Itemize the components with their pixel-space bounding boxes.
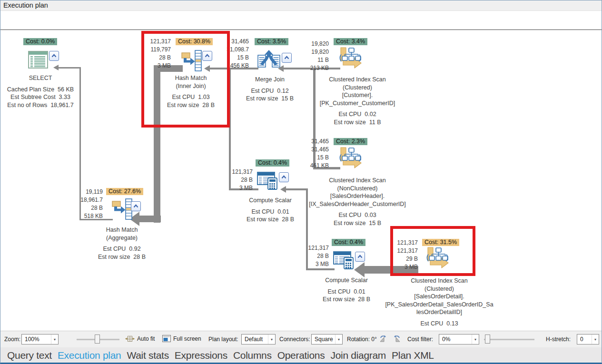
h-stretch-combobox[interactable]: 0 ▾ [577,334,599,344]
collapse-node-button[interactable] [131,201,141,211]
tab-join-diagram[interactable]: Join diagram [327,350,389,361]
dropdown-arrow-icon[interactable]: ▾ [268,334,275,344]
cost-badge: Cost: 27.6% [106,188,143,195]
connectors-label: Connectors: [279,336,310,343]
bottom-tab-bar: Query textExecution planWait statsExpres… [0,347,602,363]
cost-filter-slider-thumb[interactable] [485,334,490,344]
node-row-stats: 121,31728 B3 MB [286,244,329,268]
h-stretch-label: H-stretch: [546,336,571,343]
arrowhead-icon [280,186,286,193]
pane-title: Execution plan [0,0,602,11]
node-row-stats: 121,31728 B3 MB [210,168,253,192]
node-detail-lines: Est CPU 0.02Est row size 11 B [303,110,412,126]
arrowhead-icon [53,65,59,70]
select-operator-icon[interactable] [28,50,49,72]
scan-operator-icon[interactable] [338,47,362,71]
rotate-right-button[interactable] [392,335,401,342]
node-label: Compute ScalarEst CPU 0.01Est row size 2… [216,197,325,224]
cost-filter-slider[interactable] [484,334,534,344]
node-label: Clustered Index Scan(Clustered)[Customer… [303,76,412,126]
node-detail-lines: Est CPU 0.01Est row size 28 B [216,208,325,224]
collapse-node-button[interactable] [49,51,59,61]
compute-operator-icon[interactable] [257,171,279,193]
zoom-slider-thumb[interactable] [95,334,100,344]
rotate-left-icon [379,335,388,342]
cost-badge: Cost: 0.0% [23,38,57,45]
cost-badge: Cost: 3.4% [334,38,367,45]
dropdown-arrow-icon[interactable]: ▾ [592,334,599,344]
dropdown-arrow-icon[interactable]: ▾ [472,334,479,344]
tab-columns[interactable]: Columns [230,350,275,361]
node-detail-lines: Cached Plan Size 56 KBEst Subtree Cost 3… [0,86,95,109]
cost-badge: Cost: 3.5% [255,38,288,45]
plan-layout-label: Plan layout: [208,336,238,343]
zoom-label: Zoom: [4,336,20,343]
node-detail-lines: Est CPU 0.13 [385,320,494,328]
cost-badge: Cost: 0.4% [256,159,289,167]
node-detail-lines: Est CPU 0.92Est row size 28 B [67,245,177,261]
connector-computescalar2-to-computescalar1 [306,268,335,270]
tab-plan-xml[interactable]: Plan XML [389,350,437,361]
plan-toolbar: Zoom: 100% ▾ Auto fit Full screen Plan l… [0,331,602,347]
auto-fit-button[interactable]: Auto fit [125,335,155,343]
merge-operator-icon[interactable] [257,50,280,72]
cost-filter-combobox[interactable]: 0% ▾ [439,334,479,344]
query-cost-line: Query cost (relative to the batch): 100.… [4,29,602,30]
query-header: Query cost (relative to the batch): 100.… [0,11,602,30]
cost-filter-label: Cost filter: [407,336,433,343]
tab-expressions[interactable]: Expressions [172,350,230,361]
connectors-combobox[interactable]: Square ▾ [311,334,343,344]
collapse-node-button[interactable] [279,172,289,182]
node-row-stats: 19,82019,82011 B213 KB [286,40,329,72]
zoom-combobox[interactable]: 100% ▾ [21,334,59,344]
rotation-label: Rotation: 0° [347,336,377,343]
auto-fit-icon [125,335,135,343]
tab-operations[interactable]: Operations [275,350,328,361]
rotate-right-icon [392,335,401,342]
full-screen-button[interactable]: Full screen [162,335,201,342]
compute-operator-icon[interactable] [333,250,355,272]
node-row-stats: 31,46531,46515 B461 KB [286,138,329,170]
dropdown-arrow-icon[interactable]: ▾ [335,334,342,344]
cost-badge: Cost: 2.3% [334,138,367,145]
collapse-node-button[interactable] [355,252,365,262]
dropdown-arrow-icon[interactable]: ▾ [51,334,58,344]
node-label: Clustered Index Scan(Clustered)[SalesOrd… [385,277,494,327]
full-screen-icon [162,335,171,342]
zoom-slider[interactable] [77,334,119,344]
plan-layout-combobox[interactable]: Default ▾ [241,334,276,344]
connector-aggregate-to-select [58,67,81,69]
connector-innerjoin-to-aggregate [139,216,161,222]
plan-explorer-window: Execution plan Query cost (relative to t… [0,0,602,364]
rotate-left-button[interactable] [379,335,388,342]
cost-badge: Cost: 0.4% [332,239,365,246]
node-row-stats: 19,11918,961.728 B518 KB [60,188,103,220]
tab-execution-plan[interactable]: Execution plan [55,350,124,361]
tab-wait-stats[interactable]: Wait stats [124,350,171,361]
plan-canvas[interactable]: Cost: 0.0%SELECTCached Plan Size 56 KBEs… [0,30,602,331]
scan-operator-icon[interactable] [338,147,362,171]
arrowhead-icon [354,262,365,277]
tab-query-text[interactable]: Query text [4,350,55,361]
highlight-box-2 [390,226,475,276]
highlight-box-1 [141,31,230,128]
node-label: Hash Match(Aggregate)Est CPU 0.92Est row… [67,226,177,261]
node-label: SELECTCached Plan Size 56 KBEst Subtree … [0,74,95,109]
